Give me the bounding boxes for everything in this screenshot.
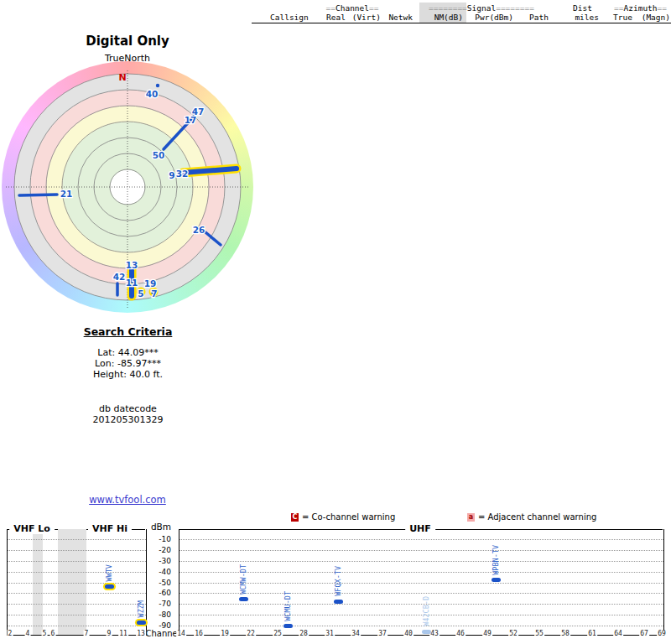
radar-channel-label: 50 <box>153 150 165 160</box>
radar-channel-label: 32 <box>176 169 189 179</box>
dist-group-header: Dist <box>550 3 599 13</box>
channel-tick-label: 46 <box>455 630 466 638</box>
channel-tick-label: 7 <box>84 630 90 638</box>
dbm-tick-label: -90 <box>146 621 171 630</box>
grid-line <box>179 550 663 551</box>
channel-tick-label: 28 <box>299 630 309 638</box>
col-header-virt: (Virt) <box>346 13 381 22</box>
col-header-real: Real <box>324 13 346 22</box>
grid-line <box>8 604 146 605</box>
channel-tick-label: 16 <box>194 630 204 638</box>
band-title: UHF <box>405 523 435 534</box>
channel-tick-label: 31 <box>325 630 335 638</box>
channel-tick-label: 40 <box>403 630 414 638</box>
band-title: VHF Lo <box>9 523 55 534</box>
radar-channel-label: 40 <box>146 89 159 99</box>
dbm-tick-label: -60 <box>146 589 171 597</box>
radar-channel-label: 7 <box>151 288 157 299</box>
band-title: VHF Hi <box>88 523 132 534</box>
signal-marker <box>334 600 343 604</box>
channel-tick-label: 67 <box>639 630 649 638</box>
col-header-spacer <box>252 13 270 22</box>
dbm-tick-label: -10 <box>146 535 171 543</box>
col-header-pwr: Pwr(dBm) <box>463 13 513 22</box>
grid-line <box>8 626 146 626</box>
signal-marker-label: WWTV <box>105 564 113 581</box>
dbm-tick-label: -20 <box>146 546 171 554</box>
channel-tick-label: 34 <box>351 630 361 638</box>
col-header-true: True <box>599 13 632 22</box>
signal-table: ==Channel==========Signal========Dist==A… <box>252 3 671 25</box>
signal-marker-label: WZZM <box>137 600 145 617</box>
grid-line <box>179 583 663 584</box>
channel-tick-label: 52 <box>508 630 518 638</box>
radar-channel-label: 13 <box>126 260 138 270</box>
signal-marker <box>422 630 431 634</box>
col-header-nm: NM(dB) <box>413 13 463 22</box>
dbm-tick-label: -70 <box>146 600 171 608</box>
north-indicator: N <box>118 72 126 83</box>
page-title: Digital Only <box>44 34 211 49</box>
signal-marker <box>137 621 146 625</box>
signal-marker <box>239 597 248 601</box>
azimuth-group-header: ==Azimuth== <box>599 3 670 13</box>
channel-tick-label: 2 <box>8 630 13 638</box>
search-criteria: Search Criteria Lat: 44.09*** Lon: -85.9… <box>17 325 239 425</box>
channel-tick-label: 5 <box>42 630 48 638</box>
grid-line <box>179 539 663 540</box>
col-header-magn: (Magn) <box>632 13 670 22</box>
channel-tick-label: 69 <box>657 630 667 638</box>
latitude-value: Lat: 44.09*** <box>17 347 239 358</box>
channel-tick-label: 22 <box>246 630 256 638</box>
tvfool-website-link[interactable]: www.tvfool.com <box>44 494 211 506</box>
chart-panel <box>7 529 147 636</box>
longitude-value: Lon: -85.97*** <box>17 358 239 369</box>
height-value: Height: 40.0 ft. <box>17 369 239 380</box>
signal-marker-label: WPBN-TV <box>492 545 500 575</box>
dbm-axis-title: dBm <box>146 522 171 532</box>
radar-station-spoke <box>19 195 57 195</box>
radar-channel-label: 21 <box>60 189 73 199</box>
dbm-tick-label: -50 <box>146 579 171 587</box>
signal-marker-label: WCMW-DT <box>239 564 247 595</box>
signal-marker-label: WFQX-TV <box>334 566 342 596</box>
grid-line <box>8 572 146 573</box>
db-datecode-label: db datecode <box>17 403 239 414</box>
signal-marker <box>283 624 293 628</box>
radar-channel-label: 11 <box>126 278 138 288</box>
header-spacer <box>252 3 324 13</box>
grid-line <box>8 561 146 562</box>
channel-tick-label: 4 <box>25 630 31 638</box>
signal-marker <box>105 584 114 589</box>
channel-group-header: ==Channel== <box>324 3 381 13</box>
channel-tick-label: 14 <box>176 630 186 638</box>
col-header-miles: miles <box>550 13 599 22</box>
radar-plot: N4047175093221261342115197 <box>0 59 260 319</box>
grid-line <box>8 615 146 615</box>
channel-tick-label: 11 <box>118 630 128 638</box>
radar-channel-label: 17 <box>185 115 197 125</box>
signal-marker-label: W42CB-D <box>422 596 430 626</box>
grid-line <box>179 561 663 562</box>
channel-tick-label: 25 <box>273 630 283 638</box>
grid-line <box>179 593 663 594</box>
dbm-tick-label: -40 <box>146 568 171 576</box>
header-spacer <box>381 3 413 13</box>
signal-group-header: ========Signal======== <box>413 3 550 13</box>
adjacent-channel-icon: a <box>467 513 475 522</box>
radar-channel-label: 26 <box>193 225 205 235</box>
channel-tick-label: 19 <box>220 630 230 638</box>
channel-tick-label: 61 <box>587 630 597 638</box>
radar-channel-label: 19 <box>144 278 157 288</box>
db-datecode-value: 201205301329 <box>17 414 239 425</box>
radar-channel-label: 5 <box>138 288 143 299</box>
col-header-netwk: Netwk <box>381 13 413 22</box>
channel-tick-label: 9 <box>107 630 112 638</box>
grid-line <box>8 593 146 594</box>
radar-channel-label: 42 <box>113 272 126 282</box>
tvfool-report-page: Digital Only TrueNorth N4047175093221261… <box>0 0 671 644</box>
channel-tick-label: 43 <box>429 630 440 638</box>
channel-tick-label: 49 <box>482 630 492 638</box>
signal-marker-label: WCMU-DT <box>283 591 292 621</box>
dbm-tick-label: -30 <box>146 557 171 565</box>
